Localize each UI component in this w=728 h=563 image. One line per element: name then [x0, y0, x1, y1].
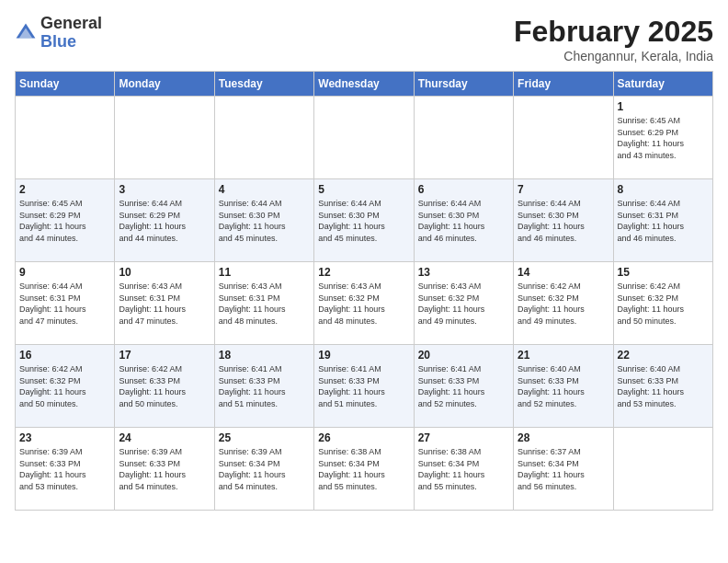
header-day-saturday: Saturday [613, 72, 712, 97]
calendar-cell: 25Sunrise: 6:39 AM Sunset: 6:34 PM Dayli… [214, 428, 313, 511]
day-number: 1 [618, 100, 709, 113]
day-info: Sunrise: 6:44 AM Sunset: 6:30 PM Dayligh… [518, 198, 609, 244]
title-block: February 2025 Chengannur, Kerala, India [514, 15, 713, 63]
calendar-cell: 28Sunrise: 6:37 AM Sunset: 6:34 PM Dayli… [514, 428, 613, 511]
day-number: 28 [518, 431, 609, 444]
day-info: Sunrise: 6:40 AM Sunset: 6:33 PM Dayligh… [518, 363, 609, 409]
day-number: 9 [19, 266, 110, 279]
calendar-cell [613, 428, 712, 511]
day-number: 20 [418, 349, 509, 362]
header-day-sunday: Sunday [16, 72, 115, 97]
day-info: Sunrise: 6:42 AM Sunset: 6:33 PM Dayligh… [119, 363, 210, 409]
header-day-thursday: Thursday [414, 72, 513, 97]
day-number: 12 [318, 266, 409, 279]
day-number: 22 [618, 349, 709, 362]
day-info: Sunrise: 6:42 AM Sunset: 6:32 PM Dayligh… [618, 281, 709, 327]
calendar-cell: 20Sunrise: 6:41 AM Sunset: 6:33 PM Dayli… [414, 345, 513, 428]
day-number: 25 [219, 431, 310, 444]
location: Chengannur, Kerala, India [514, 49, 713, 63]
calendar-cell: 18Sunrise: 6:41 AM Sunset: 6:33 PM Dayli… [214, 345, 313, 428]
day-number: 5 [318, 183, 409, 196]
calendar-cell: 5Sunrise: 6:44 AM Sunset: 6:30 PM Daylig… [314, 179, 414, 262]
calendar-cell: 1Sunrise: 6:45 AM Sunset: 6:29 PM Daylig… [613, 97, 712, 179]
day-info: Sunrise: 6:41 AM Sunset: 6:33 PM Dayligh… [318, 363, 409, 409]
calendar-cell: 2Sunrise: 6:45 AM Sunset: 6:29 PM Daylig… [16, 179, 115, 262]
day-info: Sunrise: 6:43 AM Sunset: 6:31 PM Dayligh… [219, 281, 310, 327]
calendar-cell: 8Sunrise: 6:44 AM Sunset: 6:31 PM Daylig… [613, 179, 712, 262]
calendar-cell [414, 97, 513, 179]
calendar-cell: 6Sunrise: 6:44 AM Sunset: 6:30 PM Daylig… [414, 179, 513, 262]
day-info: Sunrise: 6:44 AM Sunset: 6:30 PM Dayligh… [219, 198, 310, 244]
header-day-wednesday: Wednesday [314, 72, 414, 97]
calendar-cell: 21Sunrise: 6:40 AM Sunset: 6:33 PM Dayli… [514, 345, 613, 428]
header-day-friday: Friday [514, 72, 613, 97]
calendar-cell: 7Sunrise: 6:44 AM Sunset: 6:30 PM Daylig… [514, 179, 613, 262]
calendar-table: SundayMondayTuesdayWednesdayThursdayFrid… [15, 71, 713, 511]
calendar-cell: 27Sunrise: 6:38 AM Sunset: 6:34 PM Dayli… [414, 428, 513, 511]
day-number: 4 [219, 183, 310, 196]
week-row-1: 1Sunrise: 6:45 AM Sunset: 6:29 PM Daylig… [16, 97, 713, 179]
calendar-cell [214, 97, 313, 179]
day-number: 2 [19, 183, 110, 196]
logo: General Blue [15, 15, 102, 52]
calendar-cell: 26Sunrise: 6:38 AM Sunset: 6:34 PM Dayli… [314, 428, 414, 511]
day-number: 18 [219, 349, 310, 362]
logo-blue: Blue [40, 32, 76, 51]
calendar-cell: 14Sunrise: 6:42 AM Sunset: 6:32 PM Dayli… [514, 262, 613, 345]
day-number: 6 [418, 183, 509, 196]
day-info: Sunrise: 6:44 AM Sunset: 6:30 PM Dayligh… [318, 198, 409, 244]
day-number: 10 [119, 266, 210, 279]
day-info: Sunrise: 6:44 AM Sunset: 6:30 PM Dayligh… [418, 198, 509, 244]
day-info: Sunrise: 6:45 AM Sunset: 6:29 PM Dayligh… [618, 115, 709, 161]
day-info: Sunrise: 6:37 AM Sunset: 6:34 PM Dayligh… [518, 446, 609, 492]
day-info: Sunrise: 6:38 AM Sunset: 6:34 PM Dayligh… [418, 446, 509, 492]
header-row: SundayMondayTuesdayWednesdayThursdayFrid… [16, 72, 713, 97]
week-row-2: 2Sunrise: 6:45 AM Sunset: 6:29 PM Daylig… [16, 179, 713, 262]
calendar-cell: 12Sunrise: 6:43 AM Sunset: 6:32 PM Dayli… [314, 262, 414, 345]
calendar-cell: 9Sunrise: 6:44 AM Sunset: 6:31 PM Daylig… [16, 262, 115, 345]
calendar-cell [514, 97, 613, 179]
day-number: 23 [19, 431, 110, 444]
day-number: 3 [119, 183, 210, 196]
page-header: General Blue February 2025 Chengannur, K… [15, 15, 713, 63]
day-number: 15 [618, 266, 709, 279]
day-info: Sunrise: 6:39 AM Sunset: 6:33 PM Dayligh… [19, 446, 110, 492]
calendar-cell: 13Sunrise: 6:43 AM Sunset: 6:32 PM Dayli… [414, 262, 513, 345]
day-number: 27 [418, 431, 509, 444]
calendar-cell [115, 97, 214, 179]
header-day-tuesday: Tuesday [214, 72, 313, 97]
day-number: 24 [119, 431, 210, 444]
calendar-cell [16, 97, 115, 179]
day-number: 7 [518, 183, 609, 196]
day-info: Sunrise: 6:45 AM Sunset: 6:29 PM Dayligh… [19, 198, 110, 244]
day-info: Sunrise: 6:40 AM Sunset: 6:33 PM Dayligh… [618, 363, 709, 409]
day-info: Sunrise: 6:44 AM Sunset: 6:31 PM Dayligh… [19, 281, 110, 327]
day-info: Sunrise: 6:42 AM Sunset: 6:32 PM Dayligh… [518, 281, 609, 327]
calendar-cell [314, 97, 414, 179]
logo-general: General [40, 14, 102, 32]
calendar-cell: 19Sunrise: 6:41 AM Sunset: 6:33 PM Dayli… [314, 345, 414, 428]
calendar-cell: 17Sunrise: 6:42 AM Sunset: 6:33 PM Dayli… [115, 345, 214, 428]
day-number: 11 [219, 266, 310, 279]
calendar-cell: 4Sunrise: 6:44 AM Sunset: 6:30 PM Daylig… [214, 179, 313, 262]
day-number: 21 [518, 349, 609, 362]
calendar-cell: 22Sunrise: 6:40 AM Sunset: 6:33 PM Dayli… [613, 345, 712, 428]
calendar-cell: 16Sunrise: 6:42 AM Sunset: 6:32 PM Dayli… [16, 345, 115, 428]
day-number: 19 [318, 349, 409, 362]
day-number: 16 [19, 349, 110, 362]
day-number: 17 [119, 349, 210, 362]
calendar-cell: 24Sunrise: 6:39 AM Sunset: 6:33 PM Dayli… [115, 428, 214, 511]
day-number: 8 [618, 183, 709, 196]
day-number: 13 [418, 266, 509, 279]
day-info: Sunrise: 6:43 AM Sunset: 6:32 PM Dayligh… [318, 281, 409, 327]
day-info: Sunrise: 6:39 AM Sunset: 6:34 PM Dayligh… [219, 446, 310, 492]
calendar-cell: 11Sunrise: 6:43 AM Sunset: 6:31 PM Dayli… [214, 262, 313, 345]
logo-text: General Blue [40, 15, 102, 52]
week-row-3: 9Sunrise: 6:44 AM Sunset: 6:31 PM Daylig… [16, 262, 713, 345]
logo-icon [15, 22, 37, 44]
day-info: Sunrise: 6:43 AM Sunset: 6:31 PM Dayligh… [119, 281, 210, 327]
day-info: Sunrise: 6:44 AM Sunset: 6:29 PM Dayligh… [119, 198, 210, 244]
day-info: Sunrise: 6:41 AM Sunset: 6:33 PM Dayligh… [219, 363, 310, 409]
day-number: 26 [318, 431, 409, 444]
day-info: Sunrise: 6:38 AM Sunset: 6:34 PM Dayligh… [318, 446, 409, 492]
